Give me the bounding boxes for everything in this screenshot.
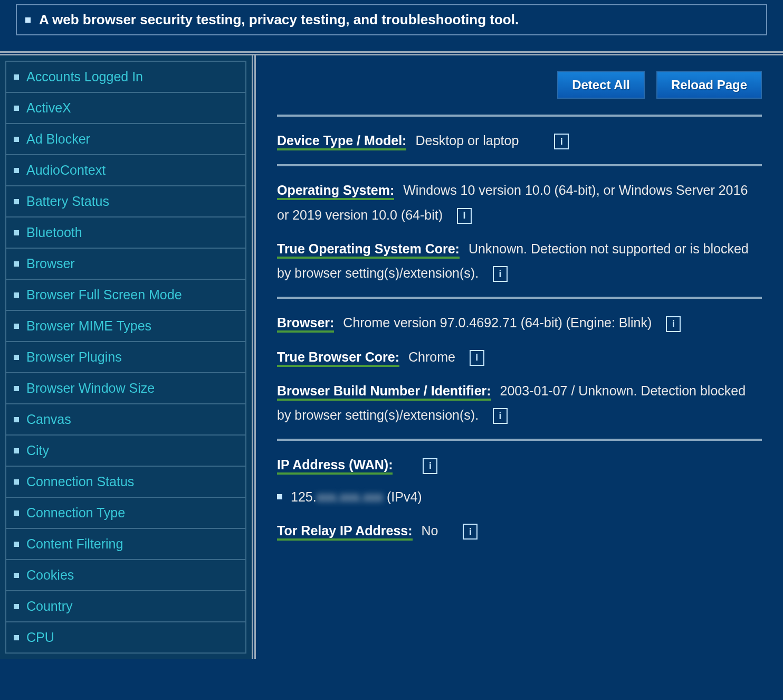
bullet-icon [14,137,19,142]
ip-blurred: xxx.xxx.xxx [317,485,383,509]
bullet-icon [14,448,19,453]
sidebar-item-label: Bluetooth [26,225,82,240]
browser-value: Chrome version 97.0.4692.71 (64-bit) (En… [343,315,652,330]
section-operating-system: Operating System: Windows 10 version 10.… [277,164,762,297]
true-browser-core-value: Chrome [408,349,455,364]
sidebar-item-label: Browser [26,256,75,271]
bullet-icon [14,168,19,173]
sidebar-item-browser-full-screen-mode[interactable]: Browser Full Screen Mode [6,280,245,311]
bullet-icon [14,355,19,360]
bullet-icon [14,635,19,640]
tor-relay-label: Tor Relay IP Address: [277,523,413,541]
sidebar-item-city[interactable]: City [6,436,245,467]
sidebar-item-country[interactable]: Country [6,591,245,622]
info-icon[interactable]: i [457,208,472,224]
ip-prefix: 125. [291,489,317,504]
sidebar-item-label: Content Filtering [26,536,123,552]
device-type-value: Desktop or laptop [415,133,519,148]
bullet-icon [14,573,19,578]
bullet-icon [14,199,19,204]
sidebar-item-label: Accounts Logged In [26,69,143,84]
sidebar-item-browser[interactable]: Browser [6,249,245,280]
sidebar-item-ad-blocker[interactable]: Ad Blocker [6,124,245,155]
browser-label: Browser: [277,315,334,333]
sidebar-item-label: Browser MIME Types [26,318,151,334]
action-button-row: Detect All Reload Page [277,66,762,115]
sidebar-item-label: ActiveX [26,100,71,116]
browser-build-label: Browser Build Number / Identifier: [277,383,491,401]
sidebar-item-browser-plugins[interactable]: Browser Plugins [6,342,245,373]
sidebar-item-cpu[interactable]: CPU [6,622,245,654]
section-ip: IP Address (WAN): i 125.xxx.xxx.xxx (IPv… [277,439,762,554]
bullet-icon [14,479,19,485]
bullet-icon [14,542,19,547]
bullet-icon [14,292,19,298]
bullet-icon [14,74,19,80]
reload-page-button[interactable]: Reload Page [656,71,762,99]
sidebar-item-audiocontext[interactable]: AudioContext [6,155,245,186]
bullet-icon [14,417,19,422]
sidebar-item-battery-status[interactable]: Battery Status [6,186,245,217]
sidebar-item-label: AudioContext [26,163,106,178]
ip-address-value: 125.xxx.xxx.xxx (IPv4) [291,485,422,509]
ip-wan-label: IP Address (WAN): [277,457,393,475]
tor-relay-value: No [422,523,438,538]
sidebar-item-label: Ad Blocker [26,131,90,147]
sidebar-item-label: Cookies [26,567,74,583]
bullet-icon [14,386,19,391]
device-type-label: Device Type / Model: [277,133,406,150]
bullet-icon [25,17,31,23]
sidebar-item-connection-type[interactable]: Connection Type [6,498,245,529]
info-icon[interactable]: i [463,524,478,540]
section-device-type: Device Type / Model: Desktop or laptop i [277,115,762,164]
bullet-icon [277,494,282,499]
operating-system-label: Operating System: [277,183,394,200]
sidebar-item-label: Connection Type [26,505,125,521]
tagline-text: A web browser security testing, privacy … [39,12,519,28]
content-panel: Detect All Reload Page Device Type / Mod… [254,55,783,659]
sidebar-item-canvas[interactable]: Canvas [6,404,245,436]
tagline-box: A web browser security testing, privacy … [16,4,767,35]
bullet-icon [14,261,19,267]
sidebar-item-label: Country [26,599,73,614]
sidebar-item-label: City [26,443,49,458]
info-icon[interactable]: i [423,458,437,474]
ip-address-row: 125.xxx.xxx.xxx (IPv4) [277,485,762,509]
bullet-icon [14,510,19,516]
sidebar: Accounts Logged In ActiveX Ad Blocker Au… [0,55,253,659]
sidebar-item-label: CPU [26,630,54,645]
sidebar-item-bluetooth[interactable]: Bluetooth [6,217,245,249]
sidebar-item-accounts-logged-in[interactable]: Accounts Logged In [6,62,245,93]
header-bar: A web browser security testing, privacy … [0,0,783,53]
detect-all-button[interactable]: Detect All [557,71,645,99]
sidebar-item-label: Canvas [26,412,71,427]
sidebar-item-cookies[interactable]: Cookies [6,560,245,591]
ip-suffix: (IPv4) [383,489,422,504]
info-icon[interactable]: i [666,316,681,332]
bullet-icon [14,230,19,235]
info-icon[interactable]: i [493,408,508,424]
sidebar-item-browser-mime-types[interactable]: Browser MIME Types [6,311,245,342]
bullet-icon [14,324,19,329]
sidebar-item-connection-status[interactable]: Connection Status [6,467,245,498]
sidebar-item-label: Connection Status [26,474,134,489]
sidebar-item-label: Battery Status [26,194,109,209]
sidebar-item-label: Browser Window Size [26,381,155,396]
true-browser-core-label: True Browser Core: [277,349,399,367]
sidebar-item-browser-window-size[interactable]: Browser Window Size [6,373,245,404]
info-icon[interactable]: i [554,134,569,149]
section-browser: Browser: Chrome version 97.0.4692.71 (64… [277,297,762,439]
sidebar-item-label: Browser Plugins [26,349,122,365]
sidebar-item-content-filtering[interactable]: Content Filtering [6,529,245,560]
sidebar-item-label: Browser Full Screen Mode [26,287,182,302]
true-os-core-label: True Operating System Core: [277,241,460,259]
sidebar-list: Accounts Logged In ActiveX Ad Blocker Au… [5,61,246,654]
sidebar-item-activex[interactable]: ActiveX [6,93,245,124]
info-icon[interactable]: i [470,350,484,366]
main-layout: Accounts Logged In ActiveX Ad Blocker Au… [0,54,783,659]
bullet-icon [14,106,19,111]
info-icon[interactable]: i [493,266,508,282]
bullet-icon [14,604,19,609]
